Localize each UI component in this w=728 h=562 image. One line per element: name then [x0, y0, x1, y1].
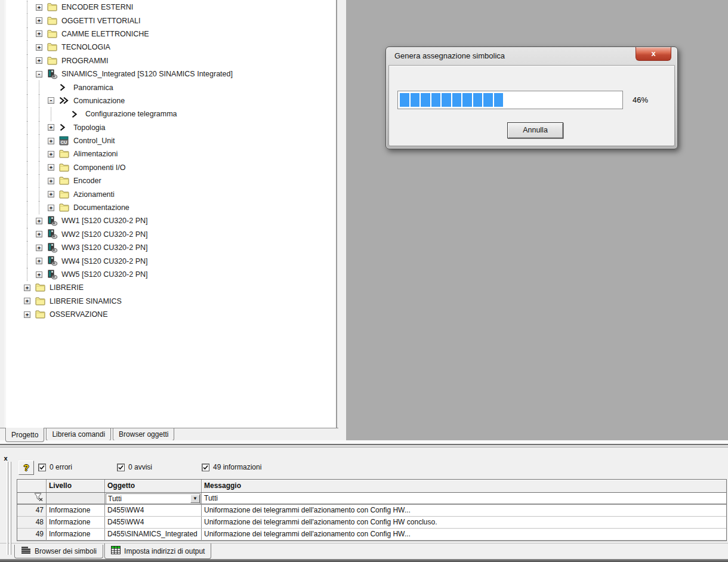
folder-icon [47, 42, 58, 52]
expand-toggle-icon[interactable]: + [48, 164, 54, 171]
tree-item[interactable]: +Documentazione [6, 201, 336, 214]
folder-icon [35, 297, 47, 306]
table-filter-row: Tutti▼Tutti [17, 493, 726, 505]
folder-icon [59, 203, 70, 212]
filter-toggle[interactable]: 0 avvisi [117, 463, 202, 471]
expand-toggle-icon[interactable]: + [36, 218, 42, 224]
device-icon [47, 230, 58, 239]
tree-item[interactable]: +LIBRERIE SINAMICS [6, 295, 336, 308]
expand-toggle-icon[interactable]: - [48, 97, 54, 104]
expand-toggle-icon[interactable]: + [48, 178, 54, 184]
filter-label: 0 errori [50, 463, 72, 471]
expand-toggle-icon[interactable]: + [36, 57, 42, 64]
chevron2-icon [59, 96, 70, 106]
tree-item[interactable]: Configurazione telegramma [6, 107, 336, 121]
tree-item[interactable]: +PROGRAMMI [6, 54, 336, 67]
table-row[interactable]: 47InformazioneD455\WW4Uniformazione dei … [17, 505, 726, 517]
device-icon [47, 257, 58, 266]
tree-item[interactable]: +WW1 [S120 CU320-2 PN] [6, 214, 336, 227]
vertical-splitter[interactable] [338, 0, 346, 443]
tree-guide [27, 187, 39, 200]
folder-icon [47, 2, 58, 12]
tree-item[interactable]: +WW3 [S120 CU320-2 PN] [6, 241, 336, 254]
tree-item-label: LIBRERIE [50, 283, 84, 292]
horizontal-splitter[interactable] [0, 440, 728, 455]
checkbox-checked-icon[interactable] [117, 464, 125, 471]
oggetto-filter-combobox[interactable]: Tutti▼ [106, 493, 200, 504]
tree-item-label: Componenti I/O [73, 163, 126, 172]
expand-toggle-icon[interactable]: + [48, 191, 54, 197]
cancel-button[interactable]: Annulla [507, 122, 563, 138]
table-row[interactable]: 49InformazioneD455\SINAMICS_IntegratedUn… [17, 529, 726, 541]
project-tree: +ENCODER ESTERNI+OGGETTI VETTORIALI+CAMM… [6, 0, 336, 321]
tree-item[interactable]: +LIBRERIE [6, 281, 336, 294]
tree-item-label: WW2 [S120 CU320-2 PN] [61, 230, 148, 239]
tab-browser-oggetti[interactable]: Browser oggetti [113, 428, 174, 441]
tree-item[interactable]: +ENCODER ESTERNI [6, 1, 336, 14]
expand-toggle-icon[interactable]: - [36, 71, 42, 78]
checkbox-checked-icon[interactable] [38, 464, 46, 471]
symbol-browser-icon [21, 546, 31, 556]
message-table: LivelloOggettoMessaggioTutti▼Tutti47Info… [17, 479, 727, 541]
filter-toggle[interactable]: 0 errori [38, 463, 117, 471]
filter-toggle[interactable]: 49 informazioni [202, 463, 261, 471]
tree-item[interactable]: +Encoder [6, 174, 336, 187]
tree-item[interactable]: Panoramica [6, 81, 336, 94]
tree-item-label: SINAMICS_Integrated [S120 SINAMICS Integ… [61, 70, 233, 78]
oggetto-cell: D455\SINAMICS_Integrated [105, 529, 202, 540]
tree-item-label: Azionamenti [73, 190, 115, 199]
device-icon [47, 243, 58, 252]
expand-toggle-icon[interactable]: + [36, 258, 42, 264]
expand-toggle-icon[interactable]: + [36, 4, 42, 11]
oggetto-cell: D455\WW4 [105, 517, 202, 528]
tree-item[interactable]: +Topologia [6, 121, 336, 134]
help-icon: ? [23, 462, 29, 473]
tree-item[interactable]: -Comunicazione [6, 94, 336, 107]
panel-drag-grip[interactable] [7, 462, 13, 555]
tree-item-label: Configurazione telegramma [85, 110, 177, 118]
column-header: Oggetto [105, 480, 202, 492]
expand-toggle-icon[interactable]: + [24, 298, 30, 304]
expand-toggle-icon[interactable]: + [48, 124, 54, 131]
help-button[interactable]: ? [18, 461, 34, 475]
expand-toggle-icon[interactable]: + [36, 271, 42, 278]
tab-libreria-comandi[interactable]: Libreria comandi [46, 428, 111, 441]
tree-item[interactable]: +WW5 [S120 CU320-2 PN] [6, 268, 336, 281]
expand-toggle-icon[interactable]: + [48, 205, 54, 211]
tree-item[interactable]: -SINAMICS_Integrated [S120 SINAMICS Inte… [6, 67, 336, 81]
expand-toggle-icon[interactable]: + [48, 138, 54, 144]
tree-item[interactable]: +Alimentazioni [6, 147, 336, 160]
chevron-down-icon[interactable]: ▼ [190, 495, 200, 503]
expand-toggle-icon[interactable]: + [36, 44, 42, 51]
expand-toggle-icon[interactable]: + [24, 285, 30, 291]
tree-item[interactable]: +OGGETTI VETTORIALI [6, 14, 336, 27]
folder-icon [35, 310, 47, 319]
close-icon[interactable]: x [636, 47, 671, 61]
tree-item[interactable]: +OSSERVAZIONE [6, 308, 336, 321]
expand-toggle-icon[interactable]: + [36, 231, 42, 237]
folder-icon [47, 16, 58, 26]
tree-item[interactable]: +TECNOLOGIA [6, 41, 336, 54]
expand-toggle-icon[interactable]: + [36, 17, 42, 24]
navigator-left-edge [0, 0, 5, 428]
checkbox-checked-icon[interactable] [202, 464, 209, 471]
tab-progetto[interactable]: Progetto [5, 428, 44, 442]
filter-funnel-cell[interactable] [17, 493, 47, 504]
expand-toggle-icon[interactable]: + [24, 311, 30, 318]
tree-item[interactable]: +CUControl_Unit [6, 134, 336, 147]
tree-item[interactable]: +CAMME ELETTRONICHE [6, 27, 336, 41]
tab-browser-dei-simboli[interactable]: Browser dei simboli [14, 545, 103, 558]
tree-guide [27, 161, 39, 174]
folder-icon [59, 190, 70, 199]
tree-item[interactable]: +WW4 [S120 CU320-2 PN] [6, 254, 336, 267]
tab-imposta-indirizzi-di-output[interactable]: Imposta indirizzi di output [104, 544, 211, 559]
expand-toggle-icon[interactable]: + [36, 30, 42, 37]
expand-toggle-icon[interactable]: + [36, 245, 42, 251]
tree-item[interactable]: +Componenti I/O [6, 161, 336, 174]
table-row[interactable]: 48InformazioneD455\WW4Uniformazione dei … [17, 517, 726, 529]
tree-item[interactable]: +Azionamenti [6, 187, 336, 200]
tree-item[interactable]: +WW2 [S120 CU320-2 PN] [6, 228, 336, 241]
expand-toggle-icon[interactable]: + [48, 151, 54, 158]
filter-messaggio-cell[interactable]: Tutti [202, 493, 726, 504]
filter-livello-cell[interactable] [47, 493, 105, 504]
